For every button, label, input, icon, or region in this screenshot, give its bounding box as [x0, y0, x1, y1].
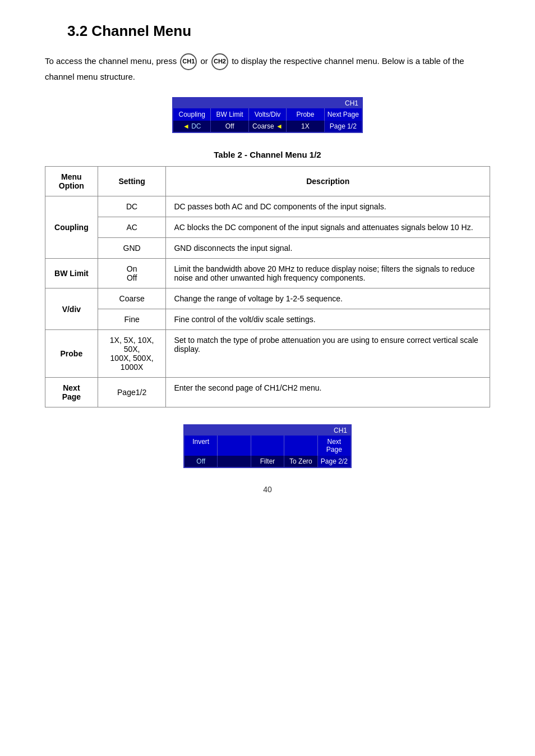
menu-val-voltsdiv: Coarse ◄: [249, 121, 287, 132]
table-row: AC AC blocks the DC component of the inp…: [45, 217, 490, 238]
menu2-col-invert: Invert: [185, 436, 218, 456]
desc-gnd: GND disconnects the input signal.: [166, 238, 490, 259]
menu-val-nextpage: Page 1/2: [325, 121, 362, 132]
menu-col-bwlimit: BW Limit: [211, 108, 248, 121]
intro-text-or: or: [200, 56, 207, 66]
setting-fine: Fine: [98, 309, 166, 330]
setting-probe: 1X, 5X, 10X, 50X,100X, 500X, 1000X: [98, 330, 166, 378]
menu2-col-nextpage: Next Page: [318, 436, 350, 456]
channel-menu-ui-1: CH1 Coupling BW Limit Volts/Div Probe Ne…: [45, 97, 490, 133]
col-header-menu: MenuOption: [45, 167, 98, 196]
desc-coarse: Change the range of voltage by 1-2-5 seq…: [166, 288, 490, 309]
desc-bwlimit: Limit the bandwidth above 20 MHz to redu…: [166, 259, 490, 288]
desc-ac: AC blocks the DC component of the input …: [166, 217, 490, 238]
table-header-row: MenuOption Setting Description: [45, 167, 490, 196]
setting-ac: AC: [98, 217, 166, 238]
table-row: Fine Fine control of the volt/div scale …: [45, 309, 490, 330]
menu-ui-top-label: CH1: [173, 98, 362, 108]
menu-ui2-header-row: Invert Next Page: [185, 436, 350, 456]
menu-val-bwlimit: Off: [211, 121, 248, 132]
menu-col-voltsdiv: Volts/Div: [249, 108, 287, 121]
setting-gnd: GND: [98, 238, 166, 259]
table-caption: Table 2 - Channel Menu 1/2: [45, 150, 490, 159]
desc-fine: Fine control of the volt/div scale setti…: [166, 309, 490, 330]
desc-probe: Set to match the type of probe attenuati…: [166, 330, 490, 378]
desc-dc: DC passes both AC and DC components of t…: [166, 196, 490, 217]
table-row: V/div Coarse Change the range of voltage…: [45, 288, 490, 309]
setting-coarse: Coarse: [98, 288, 166, 309]
table-row: Next Page Page1/2 Enter the second page …: [45, 378, 490, 407]
table-row: Probe 1X, 5X, 10X, 50X,100X, 500X, 1000X…: [45, 330, 490, 378]
col-header-setting: Setting: [98, 167, 166, 196]
menu-col-coupling: Coupling: [173, 108, 211, 121]
menu-ui-header-row: Coupling BW Limit Volts/Div Probe Next P…: [173, 108, 362, 121]
intro-text-start: To access the channel menu, press: [45, 56, 177, 66]
menu-opt-vdiv: V/div: [45, 288, 98, 330]
menu2-val-nextpage: Page 2/2: [318, 456, 350, 467]
menu2-val-invert: Off: [185, 456, 218, 467]
setting-bwlimit: OnOff: [98, 259, 166, 288]
table-row: GND GND disconnects the input signal.: [45, 238, 490, 259]
menu-ui2-top-label: CH1: [185, 425, 350, 436]
menu-opt-bwlimit: BW Limit: [45, 259, 98, 288]
menu-ui-value-row: ◄ DC Off Coarse ◄ 1X Page 1/2: [173, 121, 362, 132]
menu-col-probe: Probe: [287, 108, 324, 121]
ch1-badge: CH1: [180, 53, 197, 70]
channel-menu-table: MenuOption Setting Description Coupling …: [45, 166, 490, 407]
menu-val-coupling: ◄ DC: [173, 121, 211, 132]
menu2-col-empty2: [251, 436, 284, 456]
menu-ui2-value-row: Off Filter To Zero Page 2/2: [185, 456, 350, 467]
menu2-val-filter: Filter: [251, 456, 284, 467]
intro-paragraph: To access the channel menu, press CH1 or…: [45, 53, 490, 84]
menu2-val-empty1: [218, 456, 251, 467]
menu-opt-probe: Probe: [45, 330, 98, 378]
table-row: Coupling DC DC passes both AC and DC com…: [45, 196, 490, 217]
desc-nextpage: Enter the second page of CH1/CH2 menu.: [166, 378, 490, 407]
table-row: BW Limit OnOff Limit the bandwidth above…: [45, 259, 490, 288]
ch2-badge: CH2: [211, 53, 228, 70]
menu-col-nextpage: Next Page: [325, 108, 362, 121]
col-header-description: Description: [166, 167, 490, 196]
setting-dc: DC: [98, 196, 166, 217]
menu-opt-coupling: Coupling: [45, 196, 98, 259]
channel-menu-ui-2: CH1 Invert Next Page Off Filter To Zero …: [45, 424, 490, 468]
menu2-val-tozero: To Zero: [284, 456, 317, 467]
menu2-col-empty3: [284, 436, 317, 456]
menu-opt-nextpage: Next Page: [45, 378, 98, 407]
page-number: 40: [45, 485, 490, 494]
menu2-col-empty1: [218, 436, 251, 456]
section-title: 3.2 Channel Menu: [67, 22, 490, 40]
setting-nextpage: Page1/2: [98, 378, 166, 407]
menu-val-probe: 1X: [287, 121, 324, 132]
